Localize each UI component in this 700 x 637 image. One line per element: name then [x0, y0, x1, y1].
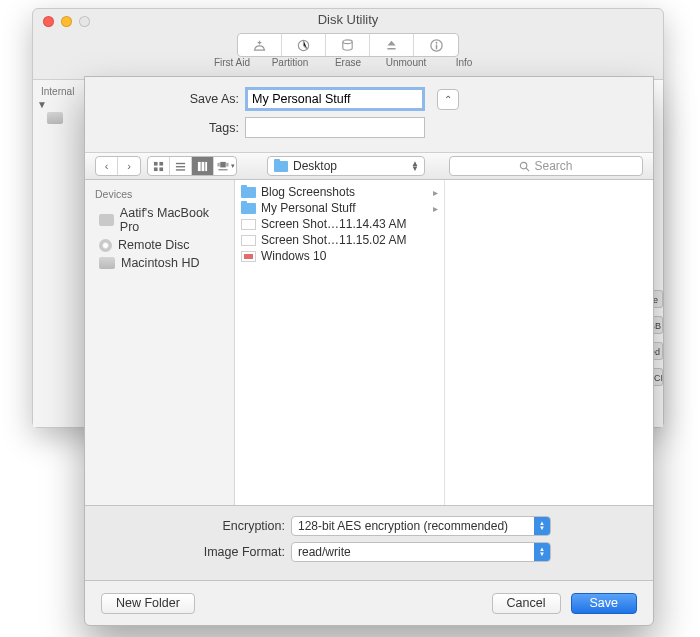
- save-as-label: Save As:: [99, 92, 239, 106]
- file-name: Windows 10: [261, 249, 326, 263]
- window-close-button[interactable]: [43, 16, 54, 27]
- svg-line-20: [527, 168, 530, 171]
- new-folder-button[interactable]: New Folder: [101, 593, 195, 614]
- svg-rect-18: [218, 169, 227, 170]
- chevron-left-icon: ‹: [105, 160, 109, 172]
- chevron-right-icon: ▸: [433, 187, 438, 198]
- svg-rect-4: [435, 44, 437, 49]
- view-mode-segment: ▾: [147, 156, 237, 176]
- first-aid-icon: [252, 38, 267, 53]
- chevron-down-icon: ▾: [231, 162, 235, 170]
- toolbar-erase-button[interactable]: [326, 34, 370, 56]
- device-item[interactable]: Remote Disc: [85, 236, 234, 254]
- location-name: Desktop: [293, 159, 337, 173]
- tags-label: Tags:: [99, 121, 239, 135]
- toolbar-label: Info: [442, 57, 486, 68]
- window-title: Disk Utility: [33, 9, 663, 31]
- collapse-sheet-button[interactable]: ⌃: [437, 89, 459, 110]
- device-name: Remote Disc: [118, 238, 190, 252]
- svg-rect-12: [198, 161, 201, 170]
- chevron-up-icon: ⌃: [444, 94, 452, 105]
- updown-icon: ▲▼: [534, 543, 550, 561]
- toolbar-info-button[interactable]: [414, 34, 458, 56]
- action-bar: New Folder Cancel Save: [85, 581, 653, 625]
- devices-header: Devices: [85, 186, 234, 204]
- svg-rect-16: [217, 162, 219, 166]
- svg-point-1: [343, 39, 352, 43]
- tags-input[interactable]: [245, 117, 425, 138]
- image-icon: [241, 219, 256, 230]
- toolbar-label: Partition: [268, 57, 312, 68]
- file-browser-toolbar: ‹ › ▾ Desktop ▲▼ Search: [85, 152, 653, 180]
- encryption-value: 128-bit AES encryption (recommended): [298, 519, 508, 533]
- chevron-right-icon: ›: [127, 160, 131, 172]
- search-placeholder: Search: [534, 159, 572, 173]
- grid-icon: [153, 161, 164, 172]
- device-item[interactable]: Aatif's MacBook Pro: [85, 204, 234, 236]
- toolbar-unmount-button[interactable]: [370, 34, 414, 56]
- window-minimize-button[interactable]: [61, 16, 72, 27]
- svg-rect-5: [154, 161, 158, 165]
- image-format-value: read/write: [298, 545, 351, 559]
- folder-icon: [241, 187, 256, 198]
- svg-rect-15: [220, 161, 226, 167]
- toolbar-partition-button[interactable]: [282, 34, 326, 56]
- drive-icon: [99, 257, 115, 269]
- view-coverflow-button[interactable]: ▾: [214, 157, 236, 175]
- cancel-button[interactable]: Cancel: [492, 593, 561, 614]
- file-row[interactable]: Blog Screenshots▸: [235, 184, 444, 200]
- drive-icon: [47, 112, 63, 124]
- file-row[interactable]: Windows 10: [235, 248, 444, 264]
- file-name: Screen Shot…11.15.02 AM: [261, 233, 406, 247]
- device-item[interactable]: Macintosh HD: [85, 254, 234, 272]
- toolbar: [33, 31, 663, 79]
- image-format-label: Image Format:: [85, 545, 285, 559]
- search-icon: [519, 161, 530, 172]
- device-name: Macintosh HD: [121, 256, 200, 270]
- svg-rect-7: [154, 167, 158, 171]
- folder-icon: [241, 203, 256, 214]
- encryption-popup[interactable]: 128-bit AES encryption (recommended) ▲▼: [291, 516, 551, 536]
- device-name: Aatif's MacBook Pro: [120, 206, 224, 234]
- nav-forward-button[interactable]: ›: [118, 157, 140, 175]
- location-popup[interactable]: Desktop ▲▼: [267, 156, 425, 176]
- laptop-icon: [99, 214, 114, 226]
- view-icons-button[interactable]: [148, 157, 170, 175]
- view-columns-button[interactable]: [192, 157, 214, 175]
- view-list-button[interactable]: [170, 157, 192, 175]
- file-column-empty: [445, 180, 654, 505]
- svg-rect-9: [176, 162, 185, 163]
- svg-rect-8: [159, 167, 163, 171]
- svg-rect-6: [159, 161, 163, 165]
- svg-rect-10: [176, 166, 185, 167]
- image-format-popup[interactable]: read/write ▲▼: [291, 542, 551, 562]
- file-name: My Personal Stuff: [261, 201, 356, 215]
- file-name: Blog Screenshots: [261, 185, 355, 199]
- coverflow-icon: [216, 161, 230, 172]
- folder-icon: [274, 161, 288, 172]
- chevron-right-icon: ▸: [433, 203, 438, 214]
- disc-icon: [99, 239, 112, 252]
- save-button[interactable]: Save: [571, 593, 638, 614]
- toolbar-first-aid-button[interactable]: [238, 34, 282, 56]
- window-zoom-button[interactable]: [79, 16, 90, 27]
- toolbar-label: Unmount: [384, 57, 428, 68]
- options-panel: Encryption: 128-bit AES encryption (reco…: [85, 506, 653, 581]
- file-row[interactable]: My Personal Stuff▸: [235, 200, 444, 216]
- search-input[interactable]: Search: [449, 156, 643, 176]
- toolbar-label: First Aid: [210, 57, 254, 68]
- disk-image-icon: [241, 251, 256, 262]
- save-as-input[interactable]: [245, 87, 425, 111]
- updown-icon: ▲▼: [534, 517, 550, 535]
- list-icon: [175, 161, 186, 172]
- erase-icon: [340, 38, 355, 53]
- nav-back-button[interactable]: ‹: [96, 157, 118, 175]
- toolbar-label: Erase: [326, 57, 370, 68]
- info-icon: [429, 38, 444, 53]
- file-row[interactable]: Screen Shot…11.14.43 AM: [235, 216, 444, 232]
- file-row[interactable]: Screen Shot…11.15.02 AM: [235, 232, 444, 248]
- save-sheet: Save As: ⌃ Tags: ‹ › ▾ Desktop ▲▼ Search: [84, 76, 654, 626]
- svg-rect-14: [205, 161, 207, 170]
- encryption-label: Encryption:: [85, 519, 285, 533]
- columns-icon: [197, 161, 208, 172]
